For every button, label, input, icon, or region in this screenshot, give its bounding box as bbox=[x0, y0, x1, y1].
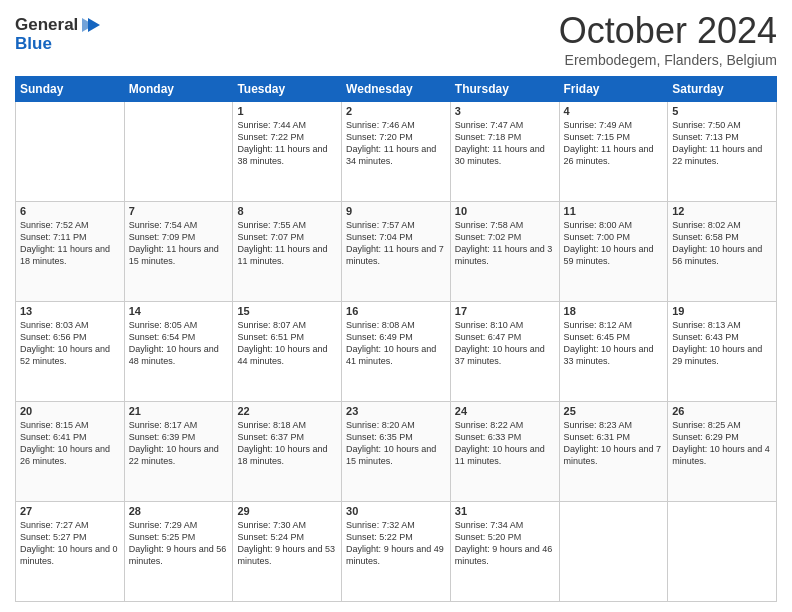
calendar-cell bbox=[124, 102, 233, 202]
cell-info: Sunrise: 8:10 AMSunset: 6:47 PMDaylight:… bbox=[455, 319, 555, 368]
day-number: 12 bbox=[672, 205, 772, 217]
month-title: October 2024 bbox=[559, 10, 777, 52]
day-number: 28 bbox=[129, 505, 229, 517]
day-number: 5 bbox=[672, 105, 772, 117]
page: General Blue October 2024 Erembodegem, F… bbox=[0, 0, 792, 612]
calendar-cell: 15Sunrise: 8:07 AMSunset: 6:51 PMDayligh… bbox=[233, 302, 342, 402]
calendar-week-row: 1Sunrise: 7:44 AMSunset: 7:22 PMDaylight… bbox=[16, 102, 777, 202]
cell-info: Sunrise: 8:22 AMSunset: 6:33 PMDaylight:… bbox=[455, 419, 555, 468]
day-number: 4 bbox=[564, 105, 664, 117]
calendar-cell: 31Sunrise: 7:34 AMSunset: 5:20 PMDayligh… bbox=[450, 502, 559, 602]
logo-icon bbox=[80, 14, 102, 36]
day-number: 10 bbox=[455, 205, 555, 217]
calendar-cell: 16Sunrise: 8:08 AMSunset: 6:49 PMDayligh… bbox=[342, 302, 451, 402]
calendar-cell: 30Sunrise: 7:32 AMSunset: 5:22 PMDayligh… bbox=[342, 502, 451, 602]
calendar-cell: 27Sunrise: 7:27 AMSunset: 5:27 PMDayligh… bbox=[16, 502, 125, 602]
day-number: 19 bbox=[672, 305, 772, 317]
calendar-cell: 1Sunrise: 7:44 AMSunset: 7:22 PMDaylight… bbox=[233, 102, 342, 202]
calendar-cell: 8Sunrise: 7:55 AMSunset: 7:07 PMDaylight… bbox=[233, 202, 342, 302]
cell-info: Sunrise: 7:47 AMSunset: 7:18 PMDaylight:… bbox=[455, 119, 555, 168]
cell-info: Sunrise: 8:00 AMSunset: 7:00 PMDaylight:… bbox=[564, 219, 664, 268]
cell-info: Sunrise: 8:17 AMSunset: 6:39 PMDaylight:… bbox=[129, 419, 229, 468]
cell-info: Sunrise: 8:23 AMSunset: 6:31 PMDaylight:… bbox=[564, 419, 664, 468]
cell-info: Sunrise: 7:29 AMSunset: 5:25 PMDaylight:… bbox=[129, 519, 229, 568]
calendar-cell: 28Sunrise: 7:29 AMSunset: 5:25 PMDayligh… bbox=[124, 502, 233, 602]
calendar-cell bbox=[668, 502, 777, 602]
cell-info: Sunrise: 8:07 AMSunset: 6:51 PMDaylight:… bbox=[237, 319, 337, 368]
calendar-week-row: 27Sunrise: 7:27 AMSunset: 5:27 PMDayligh… bbox=[16, 502, 777, 602]
calendar-week-row: 13Sunrise: 8:03 AMSunset: 6:56 PMDayligh… bbox=[16, 302, 777, 402]
calendar-week-row: 6Sunrise: 7:52 AMSunset: 7:11 PMDaylight… bbox=[16, 202, 777, 302]
day-number: 20 bbox=[20, 405, 120, 417]
day-number: 22 bbox=[237, 405, 337, 417]
day-number: 11 bbox=[564, 205, 664, 217]
day-number: 7 bbox=[129, 205, 229, 217]
cell-info: Sunrise: 8:20 AMSunset: 6:35 PMDaylight:… bbox=[346, 419, 446, 468]
calendar-cell: 13Sunrise: 8:03 AMSunset: 6:56 PMDayligh… bbox=[16, 302, 125, 402]
calendar-cell: 14Sunrise: 8:05 AMSunset: 6:54 PMDayligh… bbox=[124, 302, 233, 402]
calendar-table: SundayMondayTuesdayWednesdayThursdayFrid… bbox=[15, 76, 777, 602]
title-block: October 2024 Erembodegem, Flanders, Belg… bbox=[559, 10, 777, 68]
day-number: 26 bbox=[672, 405, 772, 417]
cell-info: Sunrise: 8:13 AMSunset: 6:43 PMDaylight:… bbox=[672, 319, 772, 368]
day-number: 17 bbox=[455, 305, 555, 317]
calendar-cell: 5Sunrise: 7:50 AMSunset: 7:13 PMDaylight… bbox=[668, 102, 777, 202]
cell-info: Sunrise: 7:34 AMSunset: 5:20 PMDaylight:… bbox=[455, 519, 555, 568]
day-number: 18 bbox=[564, 305, 664, 317]
calendar-cell: 21Sunrise: 8:17 AMSunset: 6:39 PMDayligh… bbox=[124, 402, 233, 502]
cell-info: Sunrise: 8:02 AMSunset: 6:58 PMDaylight:… bbox=[672, 219, 772, 268]
cell-info: Sunrise: 7:52 AMSunset: 7:11 PMDaylight:… bbox=[20, 219, 120, 268]
calendar-cell: 17Sunrise: 8:10 AMSunset: 6:47 PMDayligh… bbox=[450, 302, 559, 402]
day-of-week-header: Saturday bbox=[668, 77, 777, 102]
day-of-week-header: Wednesday bbox=[342, 77, 451, 102]
day-number: 15 bbox=[237, 305, 337, 317]
calendar-cell: 23Sunrise: 8:20 AMSunset: 6:35 PMDayligh… bbox=[342, 402, 451, 502]
cell-info: Sunrise: 7:27 AMSunset: 5:27 PMDaylight:… bbox=[20, 519, 120, 568]
calendar-cell: 20Sunrise: 8:15 AMSunset: 6:41 PMDayligh… bbox=[16, 402, 125, 502]
day-number: 3 bbox=[455, 105, 555, 117]
cell-info: Sunrise: 7:57 AMSunset: 7:04 PMDaylight:… bbox=[346, 219, 446, 268]
day-of-week-header: Tuesday bbox=[233, 77, 342, 102]
calendar-cell: 4Sunrise: 7:49 AMSunset: 7:15 PMDaylight… bbox=[559, 102, 668, 202]
calendar-cell bbox=[16, 102, 125, 202]
logo-general: General bbox=[15, 15, 78, 35]
cell-info: Sunrise: 7:49 AMSunset: 7:15 PMDaylight:… bbox=[564, 119, 664, 168]
day-number: 14 bbox=[129, 305, 229, 317]
cell-info: Sunrise: 8:25 AMSunset: 6:29 PMDaylight:… bbox=[672, 419, 772, 468]
day-number: 6 bbox=[20, 205, 120, 217]
calendar-cell: 3Sunrise: 7:47 AMSunset: 7:18 PMDaylight… bbox=[450, 102, 559, 202]
cell-info: Sunrise: 7:54 AMSunset: 7:09 PMDaylight:… bbox=[129, 219, 229, 268]
cell-info: Sunrise: 8:15 AMSunset: 6:41 PMDaylight:… bbox=[20, 419, 120, 468]
logo-blue: Blue bbox=[15, 34, 102, 54]
day-number: 24 bbox=[455, 405, 555, 417]
calendar-cell: 26Sunrise: 8:25 AMSunset: 6:29 PMDayligh… bbox=[668, 402, 777, 502]
calendar-cell: 18Sunrise: 8:12 AMSunset: 6:45 PMDayligh… bbox=[559, 302, 668, 402]
location: Erembodegem, Flanders, Belgium bbox=[559, 52, 777, 68]
calendar-cell: 24Sunrise: 8:22 AMSunset: 6:33 PMDayligh… bbox=[450, 402, 559, 502]
cell-info: Sunrise: 8:18 AMSunset: 6:37 PMDaylight:… bbox=[237, 419, 337, 468]
day-of-week-header: Thursday bbox=[450, 77, 559, 102]
day-number: 21 bbox=[129, 405, 229, 417]
calendar-cell: 22Sunrise: 8:18 AMSunset: 6:37 PMDayligh… bbox=[233, 402, 342, 502]
header: General Blue October 2024 Erembodegem, F… bbox=[15, 10, 777, 68]
calendar-cell: 12Sunrise: 8:02 AMSunset: 6:58 PMDayligh… bbox=[668, 202, 777, 302]
day-number: 13 bbox=[20, 305, 120, 317]
cell-info: Sunrise: 7:44 AMSunset: 7:22 PMDaylight:… bbox=[237, 119, 337, 168]
day-number: 8 bbox=[237, 205, 337, 217]
cell-info: Sunrise: 7:32 AMSunset: 5:22 PMDaylight:… bbox=[346, 519, 446, 568]
calendar-cell: 29Sunrise: 7:30 AMSunset: 5:24 PMDayligh… bbox=[233, 502, 342, 602]
day-number: 2 bbox=[346, 105, 446, 117]
day-number: 1 bbox=[237, 105, 337, 117]
calendar-cell: 6Sunrise: 7:52 AMSunset: 7:11 PMDaylight… bbox=[16, 202, 125, 302]
cell-info: Sunrise: 7:50 AMSunset: 7:13 PMDaylight:… bbox=[672, 119, 772, 168]
cell-info: Sunrise: 8:08 AMSunset: 6:49 PMDaylight:… bbox=[346, 319, 446, 368]
calendar-cell: 2Sunrise: 7:46 AMSunset: 7:20 PMDaylight… bbox=[342, 102, 451, 202]
day-number: 29 bbox=[237, 505, 337, 517]
day-number: 31 bbox=[455, 505, 555, 517]
calendar-cell: 9Sunrise: 7:57 AMSunset: 7:04 PMDaylight… bbox=[342, 202, 451, 302]
cell-info: Sunrise: 8:12 AMSunset: 6:45 PMDaylight:… bbox=[564, 319, 664, 368]
day-of-week-header: Sunday bbox=[16, 77, 125, 102]
calendar-cell: 11Sunrise: 8:00 AMSunset: 7:00 PMDayligh… bbox=[559, 202, 668, 302]
day-number: 16 bbox=[346, 305, 446, 317]
cell-info: Sunrise: 8:05 AMSunset: 6:54 PMDaylight:… bbox=[129, 319, 229, 368]
